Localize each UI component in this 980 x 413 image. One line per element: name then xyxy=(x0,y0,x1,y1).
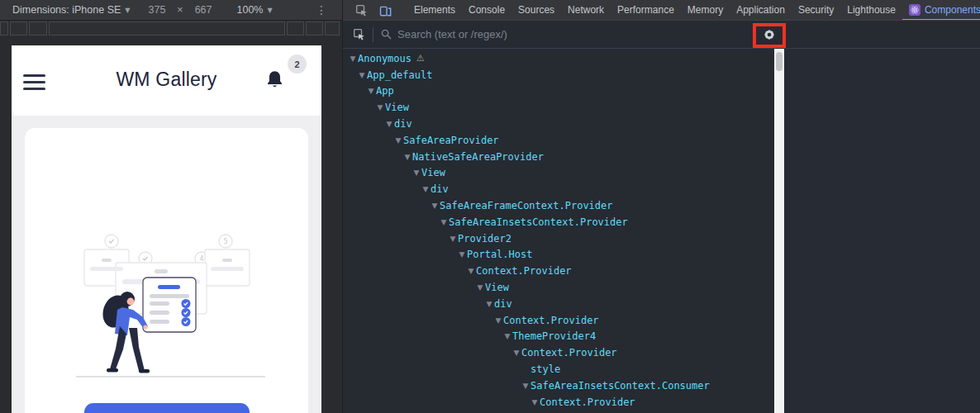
expander-icon[interactable]: ▼ xyxy=(448,235,458,243)
tree-row[interactable]: ▼Anonymous⚠ xyxy=(343,50,774,67)
react-logo-icon xyxy=(909,4,921,16)
component-name: Context.Provider xyxy=(521,347,617,358)
scrollbar-thumb[interactable] xyxy=(776,52,783,71)
expander-icon[interactable]: ▼ xyxy=(430,202,440,210)
viewport-width-field[interactable]: 375 xyxy=(148,4,165,16)
expander-icon[interactable]: ▼ xyxy=(466,267,476,275)
component-name: Context.Provider xyxy=(503,315,599,326)
tree-row[interactable]: ▼View xyxy=(343,165,774,182)
expander-icon[interactable]: ▼ xyxy=(475,283,485,292)
primary-action-button[interactable] xyxy=(84,403,250,413)
tree-row[interactable]: ▼Provider2 xyxy=(343,230,774,247)
tree-row[interactable]: style xyxy=(343,361,774,377)
expander-icon[interactable]: ▼ xyxy=(457,250,467,259)
expander-icon[interactable]: ▼ xyxy=(412,169,421,177)
expander-icon[interactable]: ▼ xyxy=(366,87,376,95)
component-name: App_default xyxy=(367,69,432,81)
expander-icon[interactable]: ▼ xyxy=(484,300,494,308)
component-name: View xyxy=(385,102,409,113)
component-details-pane xyxy=(784,49,980,413)
multiply-icon: × xyxy=(177,4,183,16)
expander-icon[interactable]: ▼ xyxy=(393,136,403,145)
expander-icon[interactable]: ▼ xyxy=(530,398,540,406)
tree-row[interactable]: ▼Context.Provider xyxy=(343,263,774,279)
expander-icon[interactable]: ▼ xyxy=(421,185,431,193)
dimensions-select[interactable]: Dimensions: iPhone SE xyxy=(12,4,121,16)
inspect-component-icon[interactable] xyxy=(351,28,367,40)
expander-icon[interactable]: ▼ xyxy=(511,349,521,357)
tree-scrollbar[interactable] xyxy=(774,49,784,413)
component-tree: ▼Anonymous⚠▼App_default▼App▼View▼div▼Saf… xyxy=(343,49,774,413)
kebab-menu-icon[interactable]: ⋮ xyxy=(316,3,327,17)
react-devtools-toolbar xyxy=(343,21,774,49)
tree-row[interactable]: ▼Context.Provider xyxy=(343,344,774,361)
ruler-segment xyxy=(0,21,8,36)
tab-label: Console xyxy=(469,4,505,16)
tab-sources[interactable]: Sources xyxy=(511,0,561,21)
expander-icon[interactable]: ▼ xyxy=(357,71,367,79)
tree-row[interactable]: ▼Context.Provider xyxy=(343,312,774,329)
tree-row[interactable]: ▼SafeAreaProvider xyxy=(343,132,774,149)
tab-network[interactable]: Network xyxy=(561,0,611,21)
device-emulation-pane: Dimensions: iPhone SE ▼ 375 × 667 100% ▼… xyxy=(0,0,342,413)
zoom-select[interactable]: 100% xyxy=(237,4,264,16)
expander-icon[interactable]: ▼ xyxy=(502,332,512,340)
tree-row[interactable]: ▼div xyxy=(343,116,774,132)
devtools-tab-list: ElementsConsoleSourcesNetworkPerformance… xyxy=(407,0,980,20)
tasks-illustration: 345 xyxy=(69,231,276,384)
tree-row[interactable]: ▼SafeAreaFrameContext.Provider xyxy=(343,197,774,214)
devtools-window: Dimensions: iPhone SE ▼ 375 × 667 100% ▼… xyxy=(0,0,980,413)
tree-row[interactable]: ▼App_default xyxy=(343,67,774,83)
tree-row[interactable]: ▼SafeAreaInsetsContext.Provider xyxy=(343,214,774,230)
tree-row[interactable]: ▼App xyxy=(343,83,774,100)
expander-icon[interactable]: ▼ xyxy=(439,218,449,226)
tree-row[interactable]: ▼ThemeProvider4 xyxy=(343,329,774,345)
expander-icon[interactable]: ▼ xyxy=(521,382,530,390)
expander-icon[interactable]: ▼ xyxy=(348,55,358,63)
component-name: View xyxy=(485,282,509,293)
tree-row[interactable]: ▼View xyxy=(343,99,774,116)
tab-security[interactable]: Security xyxy=(792,0,840,21)
expander-icon[interactable]: ▼ xyxy=(402,153,412,161)
component-name: SafeAreaInsetsContext.Provider xyxy=(449,216,628,228)
tree-row[interactable]: ▼NativeSafeAreaProvider xyxy=(343,149,774,165)
chevron-down-icon: ▼ xyxy=(268,7,273,14)
tab-elements[interactable]: Elements xyxy=(407,0,462,21)
tree-row[interactable]: ▼SafeAreaInsetsContext.Consumer xyxy=(343,377,774,394)
tab-console[interactable]: Console xyxy=(462,0,511,21)
bell-icon[interactable] xyxy=(264,69,285,95)
divider xyxy=(373,27,373,42)
tab-label: Performance xyxy=(617,4,674,16)
expander-icon[interactable]: ▼ xyxy=(375,103,385,112)
viewport-height-field[interactable]: 667 xyxy=(195,4,212,16)
device-toolbar-toggle-icon[interactable] xyxy=(373,4,397,17)
tree-row[interactable]: ▼Portal.Host xyxy=(343,247,774,263)
component-name: SafeAreaProvider xyxy=(403,135,499,146)
search-icon xyxy=(381,29,392,40)
inspect-element-icon[interactable] xyxy=(350,4,373,17)
ruler-segment xyxy=(49,21,285,36)
tab-performance[interactable]: Performance xyxy=(611,0,681,21)
component-name: div xyxy=(394,118,412,130)
details-pane-toolbar xyxy=(784,21,980,49)
component-name: View xyxy=(421,167,445,178)
expander-icon[interactable]: ▼ xyxy=(493,316,503,325)
tab-memory[interactable]: Memory xyxy=(681,0,730,21)
tab-lighthouse[interactable]: Lighthouse xyxy=(840,0,902,21)
tree-row[interactable]: ▼div xyxy=(343,181,774,197)
tree-row[interactable]: ▼Context.Provider xyxy=(343,394,774,411)
tree-row[interactable]: ▼View xyxy=(343,279,774,296)
tab-label: Lighthouse xyxy=(847,4,896,16)
tab-label: Network xyxy=(568,4,604,16)
app-header: WM Gallery 2 xyxy=(12,45,321,116)
tree-row[interactable]: ▼div xyxy=(343,296,774,312)
devtools-pane: ElementsConsoleSourcesNetworkPerformance… xyxy=(342,0,980,413)
chevron-down-icon: ▼ xyxy=(125,7,130,14)
notification-badge: 2 xyxy=(288,55,307,74)
search-input[interactable] xyxy=(397,28,774,40)
component-name: Context.Provider xyxy=(540,396,635,408)
tab-components[interactable]: Components xyxy=(902,0,980,21)
tab-application[interactable]: Application xyxy=(730,0,792,21)
component-name: ThemeProvider4 xyxy=(512,330,596,342)
expander-icon[interactable]: ▼ xyxy=(384,120,394,128)
